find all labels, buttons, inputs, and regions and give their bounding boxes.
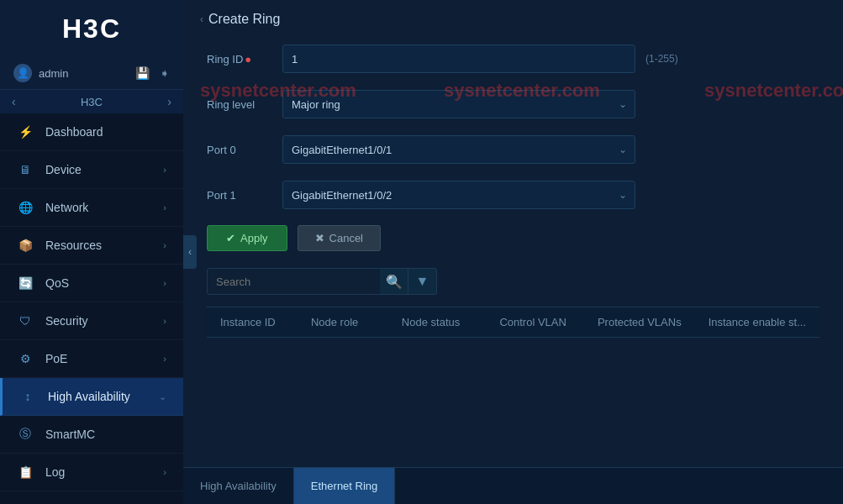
port0-label: Port 0 — [207, 144, 282, 156]
nav-prev-arrow[interactable]: ‹ — [12, 95, 16, 108]
filter-button[interactable]: ▼ — [408, 268, 437, 295]
col-control-vlan: Control VLAN — [486, 316, 584, 328]
tab-high-availability-label: High Availability — [200, 480, 277, 492]
bottom-tab-bar: High Availability Ethernet Ring — [183, 467, 843, 504]
sidebar-collapse-button[interactable]: ‹ — [183, 235, 197, 269]
security-label: Security — [45, 314, 88, 328]
sidebar-item-network[interactable]: 🌐 Network › — [0, 189, 183, 227]
poe-icon: ⚙ — [17, 350, 34, 367]
device-chevron-icon: › — [163, 165, 166, 175]
log-label: Log — [45, 465, 65, 479]
security-icon: 🛡 — [17, 312, 34, 329]
high-availability-chevron-icon: ⌄ — [159, 391, 166, 402]
sidebar-item-resources[interactable]: 📦 Resources › — [0, 227, 183, 265]
dashboard-icon: ⚡ — [17, 123, 34, 140]
sidebar-item-dashboard[interactable]: ⚡ Dashboard — [0, 113, 183, 151]
high-availability-label: High Availability — [48, 390, 130, 403]
user-info: 👤 admin — [13, 64, 68, 82]
col-node-status: Node status — [388, 316, 487, 328]
breadcrumb: ‹ Create Ring — [183, 0, 843, 35]
user-action-icons: 💾 ➧ — [135, 66, 170, 80]
port1-row: Port 1 GigabitEthernet1/0/1 GigabitEther… — [207, 180, 819, 210]
security-chevron-icon: › — [163, 316, 166, 326]
col-instance-enable-status: Instance enable st... — [695, 316, 819, 328]
qos-chevron-icon: › — [163, 278, 166, 288]
ring-id-hint: (1-255) — [645, 53, 678, 65]
h3c-nav-bar: ‹ H3C › — [0, 90, 183, 113]
nav-next-arrow[interactable]: › — [167, 95, 171, 108]
search-wrapper: 🔍 — [207, 268, 408, 295]
page-title: Create Ring — [208, 12, 280, 27]
sidebar-item-security[interactable]: 🛡 Security › — [0, 302, 183, 340]
cancel-x-icon: ✖ — [315, 232, 324, 244]
user-avatar-icon: 👤 — [13, 64, 32, 82]
h3c-nav-label: H3C — [81, 96, 103, 108]
device-label: Device — [45, 163, 82, 176]
resources-label: Resources — [45, 239, 102, 252]
create-ring-form: Ring ID● (1-255) Ring level Major ring S… — [183, 35, 843, 504]
cancel-label: Cancel — [329, 232, 363, 244]
sidebar: H3C 👤 admin 💾 ➧ ‹ H3C › ⚡ Dashboard 🖥 De… — [0, 0, 183, 504]
logo-text: H3C — [62, 13, 121, 45]
search-button[interactable]: 🔍 — [380, 268, 408, 295]
cancel-button[interactable]: ✖ Cancel — [298, 225, 381, 251]
qos-label: QoS — [45, 276, 69, 290]
network-icon: 🌐 — [17, 199, 34, 216]
search-input[interactable] — [207, 268, 408, 295]
resources-chevron-icon: › — [163, 240, 166, 250]
main-content: sysnetcenter.com sysnetcenter.com sysnet… — [183, 0, 843, 504]
apply-label: Apply — [240, 232, 268, 244]
log-chevron-icon: › — [163, 467, 166, 477]
qos-icon: 🔄 — [17, 275, 34, 291]
port0-select-wrapper: GigabitEthernet1/0/1 GigabitEthernet1/0/… — [282, 135, 635, 164]
ring-id-input[interactable] — [282, 45, 635, 73]
logo-area: H3C — [0, 0, 183, 57]
username-label: admin — [39, 67, 68, 80]
log-icon: 📋 — [17, 464, 34, 480]
sidebar-item-poe[interactable]: ⚙ PoE › — [0, 340, 183, 378]
save-icon[interactable]: 💾 — [135, 66, 150, 80]
form-button-row: ✔ Apply ✖ Cancel — [207, 225, 819, 251]
search-icon: 🔍 — [386, 274, 403, 290]
apply-button[interactable]: ✔ Apply — [207, 225, 287, 251]
smartmc-icon: Ⓢ — [17, 426, 34, 443]
required-indicator: ● — [245, 53, 251, 66]
network-chevron-icon: › — [163, 202, 166, 213]
logout-icon[interactable]: ➧ — [160, 66, 170, 80]
network-label: Network — [45, 201, 88, 214]
sidebar-item-device[interactable]: 🖥 Device › — [0, 151, 183, 189]
ring-level-select[interactable]: Major ring Sub ring — [282, 90, 635, 118]
sidebar-item-log[interactable]: 📋 Log › — [0, 454, 183, 491]
port0-row: Port 0 GigabitEthernet1/0/1 GigabitEther… — [207, 134, 819, 165]
ring-level-label: Ring level — [207, 98, 282, 111]
tab-ethernet-ring[interactable]: Ethernet Ring — [294, 468, 396, 505]
poe-label: PoE — [45, 352, 67, 365]
apply-check-icon: ✔ — [226, 232, 235, 244]
sidebar-item-qos[interactable]: 🔄 QoS › — [0, 265, 183, 302]
results-table: Instance ID Node role Node status Contro… — [207, 307, 819, 338]
device-icon: 🖥 — [17, 161, 34, 178]
port1-label: Port 1 — [207, 189, 282, 202]
port0-select[interactable]: GigabitEthernet1/0/1 GigabitEthernet1/0/… — [282, 135, 635, 164]
filter-icon: ▼ — [416, 274, 429, 289]
col-protected-vlans: Protected VLANs — [584, 316, 695, 328]
port1-select-wrapper: GigabitEthernet1/0/1 GigabitEthernet1/0/… — [282, 181, 635, 209]
high-availability-icon: ↕ — [19, 388, 36, 405]
sidebar-navigation: ⚡ Dashboard 🖥 Device › 🌐 Network › 📦 Res… — [0, 113, 183, 504]
search-filter-row: 🔍 ▼ — [207, 268, 819, 295]
user-bar: 👤 admin 💾 ➧ — [0, 57, 183, 90]
poe-chevron-icon: › — [163, 354, 166, 364]
sidebar-item-smartmc[interactable]: Ⓢ SmartMC — [0, 416, 183, 454]
col-instance-id: Instance ID — [207, 316, 298, 328]
resources-icon: 📦 — [17, 237, 34, 254]
tab-ethernet-ring-label: Ethernet Ring — [311, 480, 378, 492]
ring-id-row: Ring ID● (1-255) — [207, 44, 819, 74]
dashboard-label: Dashboard — [45, 125, 103, 139]
col-node-role: Node role — [298, 316, 388, 328]
sidebar-item-high-availability[interactable]: ↕ High Availability ⌄ — [0, 378, 183, 416]
table-header-row: Instance ID Node role Node status Contro… — [207, 307, 819, 338]
breadcrumb-arrow-icon: ‹ — [200, 13, 203, 25]
tab-high-availability[interactable]: High Availability — [183, 468, 294, 505]
ring-level-row: Ring level Major ring Sub ring ⌄ — [207, 89, 819, 119]
port1-select[interactable]: GigabitEthernet1/0/1 GigabitEthernet1/0/… — [282, 181, 635, 209]
